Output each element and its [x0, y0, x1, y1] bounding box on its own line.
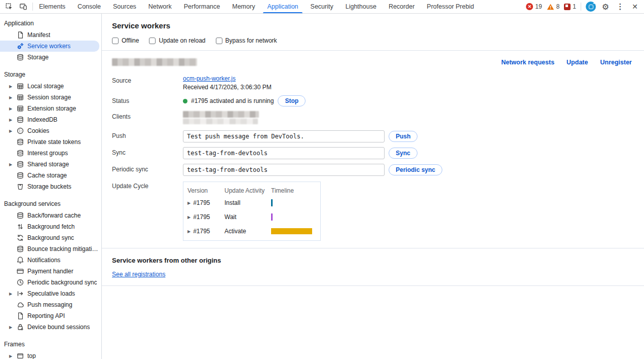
sidebar-item-interest-groups[interactable]: Interest groups [0, 148, 101, 159]
expander-icon[interactable]: ▶ [9, 292, 16, 296]
push-button[interactable]: Push [389, 131, 418, 142]
sidebar-item-reporting-api[interactable]: Reporting API [0, 310, 101, 321]
database-icon [16, 171, 24, 180]
sidebar-section-application: Application [0, 18, 101, 29]
redacted-client-url [183, 111, 259, 118]
expander-icon[interactable]: ▶ [187, 215, 191, 220]
sidebar-item-shared-storage[interactable]: ▶ Shared storage [0, 159, 101, 170]
sidebar-item-local-storage[interactable]: ▶ Local storage [0, 81, 101, 92]
periodic-sync-input[interactable] [183, 164, 385, 176]
checkbox-update-on-reload[interactable]: Update on reload [149, 37, 205, 44]
sidebar-item-label: Interest groups [27, 150, 68, 157]
tab-application[interactable]: Application [261, 0, 304, 13]
expander-icon[interactable]: ▶ [187, 201, 191, 205]
sidebar-item-speculative-loads[interactable]: ▶ Speculative loads [0, 288, 101, 299]
expander-icon[interactable]: ▶ [187, 229, 191, 234]
database-icon [16, 116, 24, 124]
stop-button[interactable]: Stop [278, 95, 306, 106]
tab-strip: ElementsConsoleSourcesNetworkPerformance… [33, 0, 480, 13]
more-menu-icon[interactable]: ⋮ [615, 2, 625, 12]
expander-icon[interactable]: ▶ [9, 354, 16, 358]
card-icon [16, 267, 24, 275]
periodic-sync-button[interactable]: Periodic sync [389, 164, 442, 175]
checkbox-bypass-for-network[interactable]: Bypass for network [216, 37, 277, 44]
sidebar-item-cache-storage[interactable]: Cache storage [0, 170, 101, 181]
link-network-requests[interactable]: Network requests [501, 59, 554, 66]
checkbox-box[interactable] [112, 38, 119, 44]
sidebar-item-cookies[interactable]: ▶ Cookies [0, 125, 101, 136]
bell-icon [16, 256, 24, 264]
source-label: Source [112, 75, 183, 91]
expander-icon[interactable]: ▶ [9, 95, 16, 100]
tab-lighthouse[interactable]: Lighthouse [339, 0, 383, 13]
error-icon: ✕ [526, 3, 533, 10]
sidebar-item-label: Bounce tracking mitigati… [27, 245, 98, 253]
tab-elements[interactable]: Elements [33, 0, 71, 13]
push-input[interactable] [183, 130, 385, 142]
service-workers-panel: Service workers Offline Update on reload… [102, 14, 644, 359]
sidebar-item-periodic-background-sync[interactable]: Periodic background sync [0, 277, 101, 288]
checkbox-box[interactable] [216, 38, 222, 44]
sync-button[interactable]: Sync [389, 148, 418, 159]
expander-icon[interactable]: ▶ [9, 118, 16, 122]
sync-input[interactable] [183, 147, 385, 159]
clients-label: Clients [112, 111, 183, 124]
cloud-icon [16, 301, 24, 309]
issues-icon [564, 4, 571, 10]
see-all-registrations-link[interactable]: See all registrations [112, 271, 165, 278]
sidebar-item-label: Device bound sessions [27, 324, 90, 331]
redacted-origin [112, 58, 197, 66]
sw-options-row: Offline Update on reload Bypass for netw… [112, 37, 634, 44]
sidebar-item-label: Payment handler [27, 268, 73, 275]
checkbox-box[interactable] [149, 38, 156, 44]
sidebar-item-manifest[interactable]: Manifest [0, 29, 101, 41]
device-toolbar-icon[interactable] [17, 1, 29, 12]
sidebar-item-notifications[interactable]: Notifications [0, 255, 101, 266]
sidebar-item-bounce-tracking-mitigati[interactable]: Bounce tracking mitigati… [0, 243, 101, 255]
link-update[interactable]: Update [566, 59, 588, 66]
tab-console[interactable]: Console [71, 0, 107, 13]
sidebar-item-storage[interactable]: Storage [0, 52, 101, 63]
expander-icon[interactable]: ▶ [9, 129, 16, 133]
close-icon[interactable]: ✕ [630, 2, 640, 12]
sidebar-item-push-messaging[interactable]: Push messaging [0, 299, 101, 310]
expander-icon[interactable]: ▶ [9, 162, 16, 167]
extension-icon[interactable] [586, 2, 596, 12]
sidebar-item-indexeddb[interactable]: ▶ IndexedDB [0, 114, 101, 125]
sidebar-item-top[interactable]: ▶ top [0, 350, 101, 359]
sidebar-item-service-workers[interactable]: Service workers [0, 41, 99, 52]
frame-icon [16, 352, 24, 359]
inspect-icon[interactable] [3, 1, 15, 12]
tab-sources[interactable]: Sources [107, 0, 142, 13]
sidebar-item-extension-storage[interactable]: ▶ Extension storage [0, 103, 101, 114]
tab-memory[interactable]: Memory [226, 0, 261, 13]
tab-security[interactable]: Security [305, 0, 339, 13]
sidebar-item-session-storage[interactable]: ▶ Session storage [0, 92, 101, 103]
sidebar-item-private-state-tokens[interactable]: Private state tokens [0, 136, 101, 148]
expander-icon[interactable]: ▶ [9, 325, 16, 330]
checkbox-offline[interactable]: Offline [112, 37, 139, 44]
sidebar-item-label: Storage buckets [27, 183, 71, 190]
issues-badge[interactable]: 1 [564, 3, 576, 10]
tab-recorder[interactable]: Recorder [383, 0, 421, 13]
sidebar-item-background-sync[interactable]: Background sync [0, 232, 101, 243]
console-warnings-badge[interactable]: 8 [547, 3, 560, 10]
settings-icon[interactable]: ⚙ [600, 2, 611, 12]
sidebar-item-device-bound-sessions[interactable]: ▶ Device bound sessions [0, 321, 101, 333]
tab-network[interactable]: Network [142, 0, 178, 13]
sidebar-item-storage-buckets[interactable]: Storage buckets [0, 181, 101, 192]
expander-icon[interactable]: ▶ [9, 84, 16, 89]
sidebar-item-label: Shared storage [27, 161, 69, 168]
expander-icon[interactable]: ▶ [9, 106, 16, 111]
sidebar-item-back-forward-cache[interactable]: Back/forward cache [0, 210, 101, 221]
console-errors-badge[interactable]: ✕ 19 [526, 3, 542, 10]
timeline-bar-install [271, 199, 273, 206]
tab-performance[interactable]: Performance [178, 0, 226, 13]
tab-professor-prebid[interactable]: Professor Prebid [421, 0, 480, 13]
source-file-link[interactable]: ocm-push-worker.js [183, 75, 236, 82]
gears-icon [16, 42, 24, 50]
sidebar-item-payment-handler[interactable]: Payment handler [0, 266, 101, 277]
link-unregister[interactable]: Unregister [600, 59, 632, 66]
sidebar-item-label: Notifications [27, 257, 60, 264]
sidebar-item-background-fetch[interactable]: Background fetch [0, 221, 101, 232]
